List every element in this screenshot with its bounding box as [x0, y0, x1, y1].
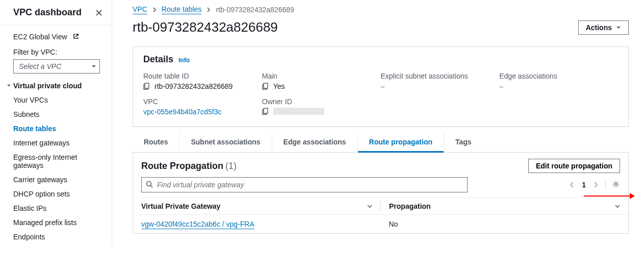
edge-assoc-value: –	[499, 82, 503, 90]
sidebar-item-label: Carrier gateways	[13, 176, 67, 184]
route-table-id-label: Route table ID	[143, 72, 262, 80]
table-row: vgw-0420f49cc15c2ab6c / vpg-FRA No	[133, 215, 628, 233]
caret-down-icon	[7, 83, 13, 89]
sidebar-item-label: Egress-only Internet gateways	[13, 153, 77, 169]
sidebar-item-label: Endpoints	[13, 233, 45, 241]
settings-button[interactable]	[605, 180, 620, 189]
breadcrumb-current: rtb-0973282432a826689	[216, 6, 294, 14]
main-label: Main	[262, 72, 381, 80]
search-input-wrap[interactable]	[141, 177, 468, 192]
svg-rect-0	[145, 83, 149, 88]
svg-point-4	[147, 181, 151, 186]
caret-down-icon	[91, 64, 96, 69]
tab-label: Tags	[455, 138, 472, 146]
vpc-label: VPC	[143, 97, 262, 106]
column-header-label: Virtual Private Gateway	[141, 202, 220, 210]
sidebar-item-dhcp[interactable]: DHCP option sets	[13, 187, 107, 201]
route-propagation-count: (1)	[225, 161, 237, 171]
breadcrumb-route-tables[interactable]: Route tables	[162, 5, 202, 14]
ec2-global-view-link[interactable]: EC2 Global View	[13, 33, 107, 41]
route-table-id-value: rtb-0973282432a826689	[154, 82, 233, 90]
sidebar-item-endpoints[interactable]: Endpoints	[13, 230, 107, 244]
vpc-select-placeholder: Select a VPC	[19, 62, 61, 70]
subnet-assoc-label: Explicit subnet associations	[381, 72, 500, 80]
sidebar-item-internet-gateways[interactable]: Internet gateways	[13, 136, 107, 150]
filter-by-vpc-label: Filter by VPC:	[13, 48, 107, 56]
sidebar-item-label: Elastic IPs	[13, 204, 46, 212]
page-title: rtb-0973282432a826689	[133, 19, 278, 35]
edge-assoc-label: Edge associations	[499, 72, 618, 80]
details-heading: Details	[143, 54, 173, 65]
sidebar-item-subnets[interactable]: Subnets	[13, 107, 107, 121]
propagation-value: No	[381, 215, 629, 233]
sort-icon	[615, 204, 620, 209]
sort-icon	[367, 204, 372, 209]
copy-icon[interactable]	[262, 108, 269, 115]
tab-route-propagation[interactable]: Route propagation	[358, 132, 444, 152]
copy-icon[interactable]	[143, 83, 150, 90]
sidebar-item-label: Managed prefix lists	[13, 218, 77, 227]
pager-next-button[interactable]	[593, 182, 598, 188]
tab-edge-associations[interactable]: Edge associations	[272, 132, 358, 152]
sidebar-item-your-vpcs[interactable]: Your VPCs	[13, 93, 107, 107]
sidebar-item-prefix-lists[interactable]: Managed prefix lists	[13, 215, 107, 230]
sidebar-item-label: Route tables	[13, 125, 56, 133]
svg-rect-2	[264, 108, 268, 113]
actions-label: Actions	[586, 23, 612, 32]
sidebar-item-label: DHCP option sets	[13, 190, 70, 198]
tab-label: Edge associations	[284, 138, 346, 146]
search-icon	[146, 181, 153, 189]
svg-rect-1	[264, 83, 268, 88]
vgw-link[interactable]: vgw-0420f49cc15c2ab6c / vpg-FRA	[141, 220, 254, 229]
column-header-label: Propagation	[389, 202, 431, 210]
copy-icon[interactable]	[262, 83, 269, 90]
tab-label: Subnet associations	[191, 138, 260, 146]
breadcrumb: VPC Route tables rtb-0973282432a826689	[133, 5, 629, 14]
info-link[interactable]: Info	[178, 57, 190, 64]
svg-point-5	[615, 183, 617, 185]
search-input[interactable]	[157, 181, 463, 189]
vpc-link[interactable]: vpc-055e94b40a7cd5f3c	[143, 108, 221, 116]
sidebar-item-label: Subnets	[13, 110, 39, 118]
owner-id-value	[273, 108, 324, 115]
sidebar-item-elastic-ips[interactable]: Elastic IPs	[13, 201, 107, 215]
breadcrumb-vpc[interactable]: VPC	[133, 5, 147, 14]
sidebar-group-label: Virtual private cloud	[13, 82, 82, 90]
tab-tags[interactable]: Tags	[444, 132, 483, 152]
column-header-propagation[interactable]: Propagation	[381, 198, 628, 214]
vpc-select[interactable]: Select a VPC	[13, 59, 100, 74]
sidebar-group-vpc[interactable]: Virtual private cloud	[7, 82, 107, 90]
owner-id-label: Owner ID	[262, 97, 381, 106]
tab-subnet-associations[interactable]: Subnet associations	[179, 132, 272, 152]
sidebar-item-label: Your VPCs	[13, 96, 48, 104]
sidebar-close-icon[interactable]	[95, 9, 102, 16]
tab-label: Routes	[144, 138, 168, 146]
pager-page-number: 1	[582, 181, 586, 189]
column-header-vgw[interactable]: Virtual Private Gateway	[133, 198, 380, 214]
sidebar-title: VPC dashboard	[13, 7, 82, 18]
route-propagation-title: Route Propagation	[141, 161, 223, 171]
chevron-right-icon	[207, 7, 211, 12]
tab-label: Route propagation	[369, 138, 432, 146]
tab-routes[interactable]: Routes	[133, 132, 179, 152]
edit-route-propagation-button[interactable]: Edit route propagation	[528, 159, 620, 173]
sidebar-item-route-tables[interactable]: Route tables	[13, 121, 107, 136]
pager-prev-button[interactable]	[570, 182, 575, 188]
chevron-right-icon	[152, 7, 157, 12]
ec2-link-label: EC2 Global View	[13, 33, 67, 41]
caret-down-icon	[616, 25, 621, 30]
sidebar-item-label: Internet gateways	[13, 139, 70, 147]
sidebar-item-carrier-gateways[interactable]: Carrier gateways	[13, 173, 107, 187]
external-link-icon	[71, 33, 79, 41]
actions-button[interactable]: Actions	[578, 20, 629, 35]
subnet-assoc-value: –	[381, 82, 385, 90]
main-value: Yes	[273, 82, 285, 90]
sidebar-item-egress-gateways[interactable]: Egress-only Internet gateways	[13, 150, 107, 173]
